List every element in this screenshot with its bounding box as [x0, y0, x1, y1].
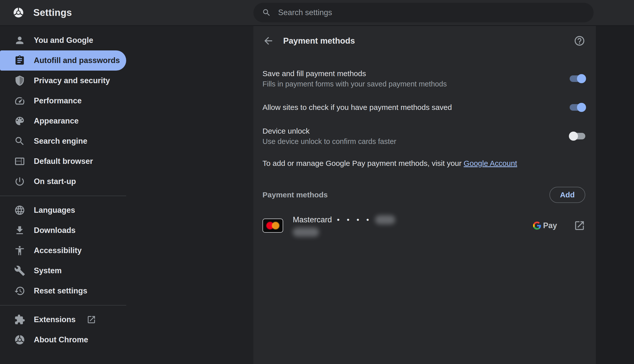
- brand: Settings: [0, 7, 72, 18]
- sidebar-item-label: Extensions: [34, 315, 75, 324]
- toggle-thumb: [577, 103, 586, 112]
- sidebar-item-label: Search engine: [34, 137, 87, 146]
- sidebar-item-label: About Chrome: [34, 335, 88, 344]
- browser-window-icon: [14, 156, 25, 167]
- sidebar-item-label: Downloads: [34, 226, 75, 235]
- redacted-card-expiry: [293, 228, 319, 237]
- history-icon: [14, 285, 25, 296]
- mastercard-icon: [262, 219, 283, 233]
- sidebar-item-appearance[interactable]: Appearance: [0, 111, 126, 131]
- search-icon: [262, 8, 271, 17]
- redacted-card-digits: [375, 215, 395, 224]
- sidebar-item-privacy-and-security[interactable]: Privacy and security: [0, 71, 126, 91]
- card-actions: Pay: [533, 220, 585, 231]
- setting-texts: Allow sites to check if you have payment…: [262, 102, 560, 113]
- sidebar-item-label: You and Google: [34, 36, 93, 45]
- sidebar-item-performance[interactable]: Performance: [0, 91, 126, 111]
- card-texts: Mastercard • • • •: [293, 215, 533, 237]
- back-arrow-icon[interactable]: [262, 35, 274, 47]
- settings-rows: Save and fill payment methods Fills in p…: [253, 56, 596, 237]
- sidebar-item-you-and-google[interactable]: You and Google: [0, 30, 126, 50]
- sidebar-item-search-engine[interactable]: Search engine: [0, 131, 126, 151]
- payment-methods-section-header: Payment methods Add: [262, 187, 585, 203]
- speedometer-icon: [14, 95, 25, 106]
- setting-description: Fills in payment forms with your saved p…: [262, 79, 560, 89]
- chrome-grey-icon: [14, 334, 25, 345]
- sidebar-item-label: System: [34, 266, 62, 275]
- sidebar-item-label: Appearance: [34, 116, 78, 126]
- sidebar-item-extensions[interactable]: Extensions: [0, 310, 126, 330]
- magnifier-icon: [14, 136, 25, 147]
- app-header: Settings: [0, 0, 634, 26]
- setting-title: Allow sites to check if you have payment…: [262, 102, 560, 113]
- card-network-label: Mastercard: [293, 215, 332, 225]
- sidebar-item-label: Privacy and security: [34, 76, 110, 85]
- right-gutter: [596, 26, 634, 364]
- search-input[interactable]: [278, 8, 594, 17]
- power-icon: [14, 176, 25, 187]
- external-link-icon: [87, 315, 96, 324]
- setting-texts: Save and fill payment methods Fills in p…: [262, 68, 560, 89]
- person-icon: [14, 35, 25, 46]
- sidebar-item-label: Accessibility: [34, 246, 82, 255]
- sidebar-item-about-chrome[interactable]: About Chrome: [0, 330, 126, 350]
- sidebar-item-system[interactable]: System: [0, 261, 126, 281]
- sidebar-item-label: On start-up: [34, 177, 76, 186]
- setting-title: Device unlock: [262, 126, 560, 136]
- download-icon: [14, 225, 25, 236]
- sidebar-divider: [0, 196, 126, 196]
- page-title: Payment methods: [283, 36, 355, 46]
- sidebar-item-label: Autofill and passwords: [34, 56, 120, 65]
- google-g-icon: [533, 222, 541, 230]
- settings-sidebar: You and Google Autofill and passwords Pr…: [0, 30, 126, 350]
- gpay-label: Pay: [543, 221, 557, 230]
- setting-texts: Device unlock Use device unlock to confi…: [262, 126, 560, 146]
- sidebar-item-languages[interactable]: Languages: [0, 200, 126, 220]
- toggle-thumb: [569, 132, 578, 141]
- palette-icon: [14, 115, 25, 127]
- chrome-logo-icon: [13, 7, 24, 18]
- google-pay-note: To add or manage Google Pay payment meth…: [262, 158, 585, 169]
- setting-row-device-unlock: Device unlock Use device unlock to confi…: [262, 119, 585, 153]
- payment-methods-panel: Payment methods Save and fill payment me…: [253, 26, 596, 364]
- add-payment-method-button[interactable]: Add: [549, 187, 585, 203]
- help-icon[interactable]: [574, 35, 585, 47]
- settings-search-bar[interactable]: [253, 3, 594, 22]
- allow-sites-toggle[interactable]: [570, 104, 585, 111]
- sidebar-item-label: Languages: [34, 206, 75, 215]
- sidebar-item-label: Performance: [34, 96, 82, 105]
- app-title: Settings: [33, 7, 72, 18]
- shield-icon: [14, 75, 25, 86]
- clipboard-icon: [14, 55, 25, 66]
- device-unlock-toggle[interactable]: [570, 133, 585, 139]
- panel-header: Payment methods: [253, 26, 596, 56]
- sidebar-item-reset-settings[interactable]: Reset settings: [0, 281, 126, 301]
- google-pay-note-text: To add or manage Google Pay payment meth…: [262, 159, 462, 167]
- section-title: Payment methods: [262, 191, 328, 199]
- toggle-thumb: [577, 74, 586, 83]
- setting-row-save-and-fill: Save and fill payment methods Fills in p…: [262, 62, 585, 96]
- sidebar-item-default-browser[interactable]: Default browser: [0, 151, 126, 171]
- sidebar-divider: [0, 305, 126, 306]
- wrench-icon: [14, 265, 25, 276]
- setting-title: Save and fill payment methods: [262, 68, 560, 79]
- google-account-link[interactable]: Google Account: [464, 159, 517, 167]
- sidebar-item-autofill-and-passwords[interactable]: Autofill and passwords: [0, 50, 126, 71]
- google-pay-badge: Pay: [533, 221, 557, 230]
- open-in-new-icon[interactable]: [574, 220, 585, 231]
- card-masked-dots: • • • •: [337, 215, 372, 225]
- sidebar-item-label: Reset settings: [34, 286, 87, 295]
- globe-icon: [14, 205, 25, 216]
- sidebar-item-downloads[interactable]: Downloads: [0, 220, 126, 240]
- puzzle-icon: [14, 314, 25, 325]
- setting-row-allow-sites: Allow sites to check if you have payment…: [262, 96, 585, 119]
- sidebar-item-accessibility[interactable]: Accessibility: [0, 240, 126, 261]
- sidebar-item-label: Default browser: [34, 157, 93, 166]
- saved-card-row: Mastercard • • • • Pay: [262, 215, 585, 237]
- setting-description: Use device unlock to confirm cards faste…: [262, 136, 560, 146]
- sidebar-item-on-start-up[interactable]: On start-up: [0, 171, 126, 192]
- accessibility-icon: [14, 245, 25, 256]
- save-and-fill-toggle[interactable]: [570, 75, 585, 82]
